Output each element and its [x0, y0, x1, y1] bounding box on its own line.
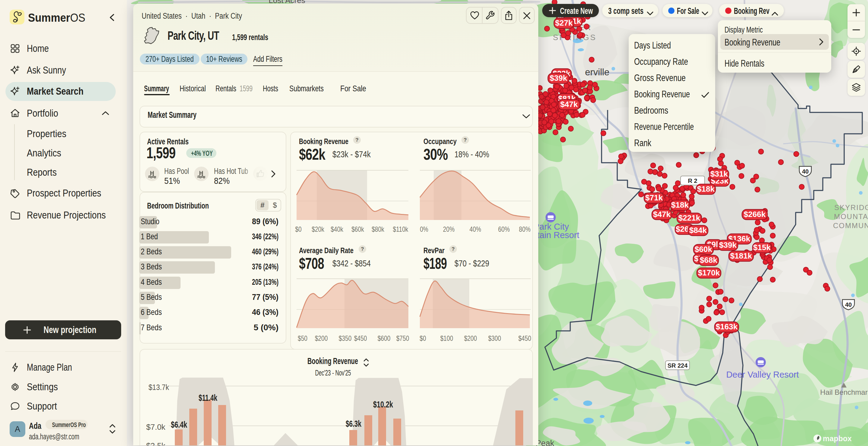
svg-text:$221k: $221k: [678, 213, 701, 222]
svg-text:Peak: Peak: [535, 439, 554, 446]
svg-text:$31k: $31k: [710, 169, 728, 179]
svg-text:$163k: $163k: [716, 322, 738, 331]
svg-text:40: 40: [845, 301, 852, 308]
svg-text:$18k: $18k: [671, 200, 689, 210]
svg-text:$18k: $18k: [697, 184, 715, 193]
svg-text:$68k: $68k: [700, 256, 717, 264]
svg-text:COMMUNIT: COMMUNIT: [833, 222, 868, 230]
svg-text:$47k: $47k: [653, 210, 671, 219]
svg-text:$60k: $60k: [695, 245, 712, 254]
svg-text:erville: erville: [585, 67, 610, 77]
svg-text:$27k: $27k: [555, 19, 572, 27]
svg-text:$170k: $170k: [698, 268, 720, 277]
svg-text:Hail Benchmark: Hail Benchmark: [820, 388, 868, 396]
svg-text:$39k: $39k: [550, 73, 567, 83]
svg-text:ntain Resort: ntain Resort: [532, 230, 579, 240]
svg-text:$181k: $181k: [730, 251, 752, 260]
svg-text:MOUNTAIN: MOUNTAIN: [834, 213, 868, 221]
svg-text:$47k: $47k: [560, 100, 578, 109]
svg-text:$266k: $266k: [744, 210, 766, 219]
svg-text:$71k: $71k: [645, 193, 663, 202]
svg-text:40: 40: [802, 168, 809, 175]
svg-text:$15k: $15k: [753, 243, 771, 252]
svg-text:$39k: $39k: [719, 241, 737, 250]
svg-text:R 2: R 2: [688, 178, 697, 184]
svg-text:Deer Valley Resort: Deer Valley Resort: [726, 370, 799, 379]
svg-text:SKYRIDGE: SKYRIDGE: [834, 203, 868, 212]
svg-text:mapbox: mapbox: [823, 434, 852, 443]
svg-text:SR 224: SR 224: [668, 362, 688, 369]
svg-text:$84k: $84k: [689, 226, 707, 235]
